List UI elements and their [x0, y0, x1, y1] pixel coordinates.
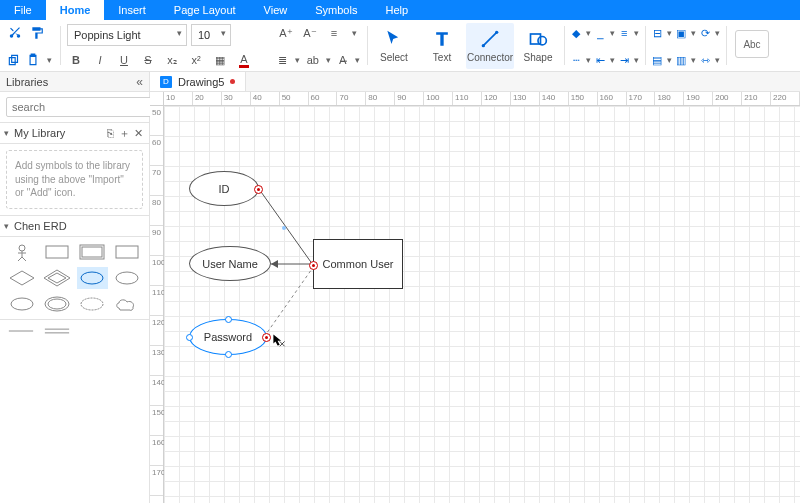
- font-color-icon[interactable]: A: [235, 51, 253, 69]
- line-weight-icon[interactable]: ≡: [619, 24, 629, 42]
- dash-dropdown[interactable]: [585, 51, 591, 69]
- stencil-attribute2[interactable]: [112, 267, 143, 289]
- weight-dropdown[interactable]: [633, 24, 639, 42]
- bring-front-icon[interactable]: ▤: [652, 51, 662, 69]
- attribute-password[interactable]: Password: [189, 319, 267, 355]
- align-icon[interactable]: ⊟: [652, 24, 662, 42]
- arrow-begin-icon[interactable]: ⇤: [595, 51, 605, 69]
- menu-view[interactable]: View: [250, 0, 302, 20]
- stencil-entity2[interactable]: [112, 241, 143, 263]
- search-input[interactable]: [6, 97, 156, 117]
- subscript-icon[interactable]: x₂: [163, 51, 181, 69]
- font-family-dropdown[interactable]: Poppins Light: [67, 24, 187, 46]
- connector-tool[interactable]: Connector: [466, 23, 514, 69]
- highlight-icon[interactable]: ▦: [211, 51, 229, 69]
- entity-common-user[interactable]: Common User: [313, 239, 403, 289]
- port-icon[interactable]: [309, 261, 318, 270]
- selection-handle[interactable]: [225, 351, 232, 358]
- clear-formatting-icon[interactable]: A̶: [337, 51, 348, 69]
- superscript-icon[interactable]: x²: [187, 51, 205, 69]
- chen-erd-header[interactable]: ▾ Chen ERD: [0, 215, 149, 237]
- fill-color-icon[interactable]: ◆: [571, 24, 581, 42]
- shrink-font-icon[interactable]: A⁻: [301, 24, 319, 42]
- grow-font-icon[interactable]: A⁺: [277, 24, 295, 42]
- line-spacing-icon[interactable]: ≡: [325, 24, 343, 42]
- stencil-actor[interactable]: [6, 241, 37, 263]
- stencil-derived[interactable]: [77, 293, 108, 315]
- menu-help[interactable]: Help: [371, 0, 422, 20]
- bold-icon[interactable]: B: [67, 51, 85, 69]
- attribute-username[interactable]: User Name: [189, 246, 271, 281]
- menu-symbols[interactable]: Symbols: [301, 0, 371, 20]
- cut-icon[interactable]: [6, 24, 24, 42]
- menu-page-layout[interactable]: Page Layout: [160, 0, 250, 20]
- text-tool[interactable]: Text: [418, 23, 466, 69]
- arrow-begin-dropdown[interactable]: [609, 51, 615, 69]
- port-icon[interactable]: [254, 185, 263, 194]
- rotate-dropdown[interactable]: [714, 24, 720, 42]
- case-dropdown[interactable]: [325, 51, 331, 69]
- line-color-dropdown[interactable]: [609, 24, 615, 42]
- back-dropdown[interactable]: [690, 51, 696, 69]
- distribute-icon[interactable]: ⇿: [700, 51, 710, 69]
- stencil-line-solid[interactable]: [6, 324, 36, 338]
- close-library-icon[interactable]: ✕: [131, 126, 145, 140]
- fill-dropdown[interactable]: [585, 24, 591, 42]
- group-icon[interactable]: ▣: [676, 24, 686, 42]
- line-color-icon[interactable]: ⎯: [595, 24, 605, 42]
- underline-icon[interactable]: U: [115, 51, 133, 69]
- line-spacing-dropdown[interactable]: [349, 24, 359, 42]
- canvas[interactable]: ID User Name Common User Password: [164, 106, 800, 503]
- svg-point-24: [81, 298, 103, 310]
- clear-dropdown[interactable]: [355, 51, 361, 69]
- italic-icon[interactable]: I: [91, 51, 109, 69]
- stencil-cloud[interactable]: [112, 293, 143, 315]
- arrow-end-dropdown[interactable]: [633, 51, 639, 69]
- attribute-id[interactable]: ID: [189, 171, 259, 206]
- stencil-attribute3[interactable]: [6, 293, 37, 315]
- menu-insert[interactable]: Insert: [104, 0, 160, 20]
- font-group: Poppins Light 10 B I U S x₂ x² ▦ A: [61, 20, 271, 71]
- paste-dropdown[interactable]: [45, 51, 54, 69]
- format-painter-icon[interactable]: [28, 24, 46, 42]
- strikethrough-icon[interactable]: S: [139, 51, 157, 69]
- stencil-weak-entity[interactable]: [77, 241, 108, 263]
- menu-file[interactable]: File: [0, 0, 46, 20]
- text-style-sample[interactable]: Abc: [735, 30, 769, 58]
- libraries-title: Libraries: [6, 76, 136, 88]
- tab-drawing5[interactable]: D Drawing5: [150, 72, 246, 91]
- select-tool[interactable]: Select: [370, 23, 418, 69]
- stencil-attribute[interactable]: [77, 267, 108, 289]
- selection-handle[interactable]: [186, 334, 193, 341]
- paste-icon[interactable]: [26, 51, 42, 69]
- font-size-dropdown[interactable]: 10: [191, 24, 231, 46]
- stencil-entity[interactable]: [41, 241, 72, 263]
- line-dash-icon[interactable]: ┄: [571, 51, 581, 69]
- distribute-dropdown[interactable]: [714, 51, 720, 69]
- port-icon[interactable]: [262, 333, 271, 342]
- bullet-list-icon[interactable]: ≣: [277, 51, 288, 69]
- stencil-line-double[interactable]: [42, 324, 72, 338]
- stencil-relationship[interactable]: [6, 267, 37, 289]
- shape-tool[interactable]: Shape: [514, 23, 562, 69]
- document-tabs: D Drawing5: [150, 72, 800, 92]
- collapse-sidebar-icon[interactable]: «: [136, 75, 143, 89]
- arrow-end-icon[interactable]: ⇥: [619, 51, 629, 69]
- bullet-dropdown[interactable]: [294, 51, 300, 69]
- group-dropdown[interactable]: [690, 24, 696, 42]
- front-dropdown[interactable]: [666, 51, 672, 69]
- ruler-tick: 50: [280, 92, 309, 105]
- send-back-icon[interactable]: ▥: [676, 51, 686, 69]
- rotate-icon[interactable]: ⟳: [700, 24, 710, 42]
- selection-handle[interactable]: [225, 316, 232, 323]
- copy-icon[interactable]: [6, 51, 22, 69]
- import-library-icon[interactable]: ⎘: [103, 126, 117, 140]
- change-case-icon[interactable]: ab: [307, 51, 319, 69]
- menu-home[interactable]: Home: [46, 0, 105, 20]
- stencil-weak-relationship[interactable]: [41, 267, 72, 289]
- add-library-icon[interactable]: ＋: [117, 126, 131, 140]
- ruler-tick: 90: [150, 226, 163, 256]
- stencil-multivalued[interactable]: [41, 293, 72, 315]
- my-library-header[interactable]: ▾ My Library ⎘ ＋ ✕: [0, 122, 149, 144]
- align-dropdown[interactable]: [666, 24, 672, 42]
